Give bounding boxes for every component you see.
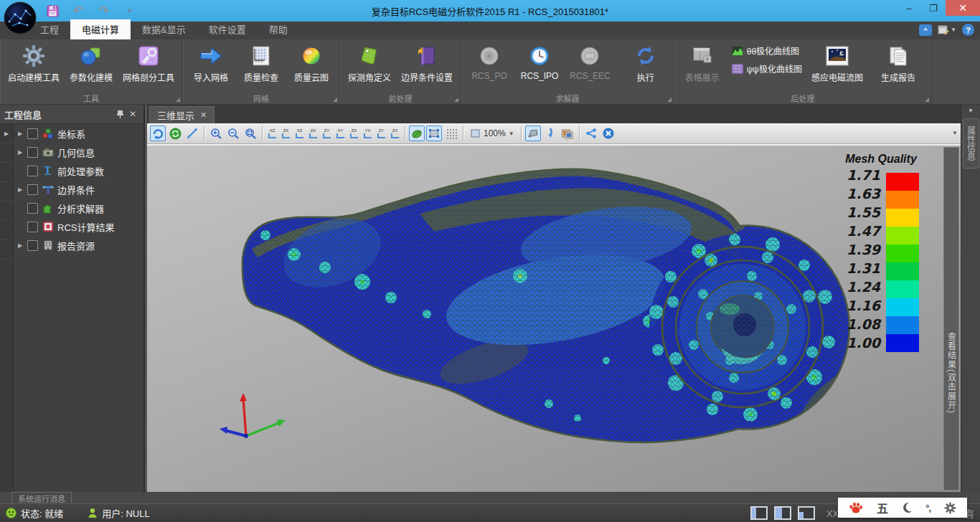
share-link-button[interactable]: [583, 125, 599, 141]
expand-arrow-icon[interactable]: ▶: [17, 186, 24, 193]
view-orientation-button[interactable]: ZY: [375, 126, 387, 141]
viewport-3d[interactable]: Mesh Quality: [147, 144, 961, 492]
quality-check-button[interactable]: 质量检查: [236, 42, 286, 85]
view-orientation-button[interactable]: ZX: [389, 126, 401, 141]
checkbox[interactable]: [27, 222, 38, 232]
drop-down-view-button[interactable]: [542, 125, 558, 141]
redo-button[interactable]: ↷: [96, 4, 112, 18]
tab-em-computation[interactable]: 电磁计算: [70, 19, 131, 39]
view-orientation-button[interactable]: XY: [334, 126, 347, 141]
tree-item-rcs-results[interactable]: RCS计算结果: [14, 217, 143, 236]
tree-item-report-resources[interactable]: ▶ 报告资源: [14, 236, 143, 255]
group-expand-icon[interactable]: [176, 98, 180, 102]
layout-right-button[interactable]: [798, 506, 815, 520]
checkbox[interactable]: [27, 240, 38, 251]
shaded-display-button[interactable]: [409, 125, 425, 141]
tab-3d-display[interactable]: 三维显示 ✕: [149, 106, 215, 123]
group-expand-icon[interactable]: [333, 98, 337, 102]
induced-current-map-button[interactable]: 感应电磁流图: [806, 42, 868, 85]
checkbox[interactable]: [27, 184, 38, 195]
property-info-tab[interactable]: 属性信息: [963, 118, 979, 169]
close-button[interactable]: ✕: [946, 0, 980, 16]
expand-arrow-icon[interactable]: ▶: [17, 242, 24, 249]
view-orientation-button[interactable]: XZ: [293, 126, 306, 141]
tree-item-boundary-conditions[interactable]: ▶ 边界条件: [14, 180, 143, 199]
checkbox[interactable]: [27, 203, 38, 214]
view-results-collapsed-bar[interactable]: 查看结果(双击展开): [943, 147, 959, 490]
wireframe-points-button[interactable]: [443, 125, 459, 141]
layout-left-button[interactable]: [750, 506, 768, 520]
table-display-button[interactable]: 表格展示: [677, 42, 727, 85]
import-mesh-button[interactable]: 导入网格: [186, 42, 236, 85]
zoom-out-button[interactable]: [225, 125, 241, 141]
ime-settings-gear-icon[interactable]: [944, 502, 956, 514]
tree-item-geometry-info[interactable]: ▶ 几何信息: [14, 143, 143, 161]
pin-icon[interactable]: [113, 108, 126, 120]
checkbox[interactable]: [27, 128, 38, 139]
close-panel-icon[interactable]: ✕: [126, 108, 139, 120]
checkbox[interactable]: [27, 147, 38, 158]
surface-pick-button[interactable]: [525, 125, 541, 141]
flat-display-button[interactable]: [426, 125, 442, 141]
parametric-modeling-button[interactable]: 参数化建模: [65, 42, 118, 85]
expand-arrow-icon[interactable]: ▶: [17, 149, 24, 156]
capture-view-button[interactable]: [560, 125, 575, 141]
rcs-eec-button[interactable]: RCS_EEC: [565, 42, 616, 83]
launch-modeling-tool-button[interactable]: 启动建模工具: [3, 42, 65, 85]
ime-mode-toggle[interactable]: 五: [877, 499, 888, 516]
detection-angle-button[interactable]: 探测角定义: [343, 42, 396, 85]
rcs-po-button[interactable]: RCS_PO: [464, 42, 514, 83]
ime-fullhalf-moon-icon[interactable]: [902, 502, 913, 513]
save-button[interactable]: [44, 4, 60, 18]
view-orientation-button[interactable]: ZX: [348, 126, 360, 141]
view-orientation-button[interactable]: XZ: [266, 126, 278, 141]
rcs-ipo-button[interactable]: RCS_IPO: [514, 42, 565, 83]
divider: [579, 126, 580, 141]
view-orientation-button[interactable]: ZX: [280, 126, 292, 141]
toolbar-overflow-icon[interactable]: ▼: [952, 130, 958, 136]
pan-zoom-arrow-button[interactable]: [184, 125, 200, 141]
spin-rotate-button[interactable]: [167, 125, 183, 141]
minimize-button[interactable]: –: [897, 0, 921, 16]
expand-arrow-icon[interactable]: ▶: [17, 130, 24, 137]
generate-report-button[interactable]: 生成报告: [873, 42, 923, 85]
zoom-in-button[interactable]: [208, 125, 224, 141]
tree-item-preprocess-params[interactable]: T 前处理参数: [14, 161, 143, 180]
quality-contour-button[interactable]: 质量云图: [286, 42, 336, 85]
execute-button[interactable]: 执行: [621, 42, 671, 85]
view-orientation-button[interactable]: ZY: [321, 126, 333, 141]
view-orientation-button[interactable]: ZX: [307, 126, 319, 141]
gutter-expand-icon[interactable]: ▶: [0, 124, 13, 143]
theta-polarization-curve-button[interactable]: θθ极化曲线图: [732, 44, 802, 57]
checkbox[interactable]: [27, 166, 38, 176]
boundary-conditions-button[interactable]: 边界条件设置: [396, 42, 458, 85]
zoom-extents-button[interactable]: [242, 125, 258, 141]
view-orientation-button[interactable]: YX: [362, 126, 374, 141]
tab-software-settings[interactable]: 软件设置: [197, 19, 258, 39]
tab-help[interactable]: 帮助: [258, 19, 299, 39]
qat-customize-button[interactable]: ▼: [122, 4, 138, 18]
cancel-operation-button[interactable]: [600, 125, 616, 141]
group-expand-icon[interactable]: [667, 98, 672, 102]
tree-item-analysis-solver[interactable]: 分析求解器: [14, 199, 143, 217]
restore-button[interactable]: ❐: [921, 0, 946, 16]
group-expand-icon[interactable]: [454, 98, 458, 102]
system-messages-tab[interactable]: 系统运行消息: [11, 492, 72, 503]
dock-overflow-icon[interactable]: ▼: [968, 108, 974, 114]
close-tab-icon[interactable]: ✕: [200, 110, 207, 120]
collapse-ribbon-button[interactable]: ^: [919, 24, 932, 36]
tree-item-coordinate-system[interactable]: ▶ 坐标系: [14, 124, 143, 143]
ime-punctuation-toggle[interactable]: °,: [925, 503, 930, 513]
zoom-level-select[interactable]: 100% ▼: [467, 128, 517, 139]
style-selector-button[interactable]: ▼: [938, 24, 956, 35]
orbit-rotate-button[interactable]: [150, 125, 166, 141]
mesh-partition-tool-button[interactable]: 网格剖分工具: [118, 42, 179, 85]
layout-bottom-button[interactable]: [774, 506, 791, 520]
undo-button[interactable]: ↶: [70, 4, 86, 18]
help-button[interactable]: ?: [962, 24, 974, 36]
psi-polarization-curve-button[interactable]: ψψ极化曲线图: [732, 62, 802, 75]
group-expand-icon[interactable]: [925, 98, 929, 102]
ime-paw-icon[interactable]: [849, 501, 863, 514]
project-panel-header: 工程信息 ✕: [0, 105, 143, 124]
tab-data-display[interactable]: 数据&显示: [131, 19, 197, 39]
